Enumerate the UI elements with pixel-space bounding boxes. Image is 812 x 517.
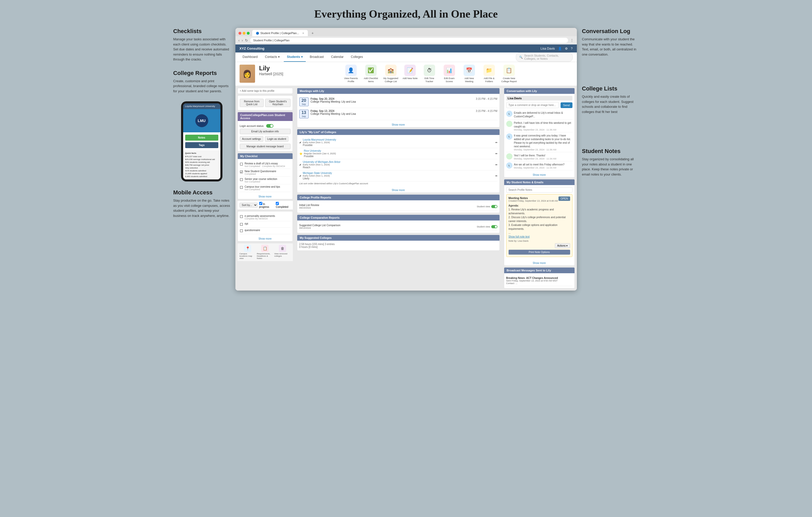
action-create-report[interactable]: 📋 Create New College Report — [500, 65, 517, 83]
action-add-checklist[interactable]: ✅ Add Checklist Items — [362, 65, 379, 83]
conversation-show-more[interactable]: Show more — [504, 173, 575, 177]
removed-colleges-icon: 🗑 — [279, 245, 286, 252]
login-toggle[interactable] — [266, 124, 273, 128]
note-content: Agenda: 1. Review Lily's academic progre… — [509, 204, 570, 239]
phone-tags-btn[interactable]: Tags — [185, 142, 218, 148]
qf-avg-aid: $20,038 average institutional aid — [185, 158, 218, 161]
checklist-item-3: ☐ Campus tour overview and tips Not Comp… — [240, 184, 290, 192]
requirements-icon: 📋 — [261, 245, 268, 252]
address-bar[interactable]: Student Profile | CollegePlan — [250, 38, 568, 43]
inprogress-filter[interactable]: In progress — [259, 202, 274, 208]
dot-green[interactable] — [247, 32, 250, 35]
check-label-1: New Student Questionnaire — [245, 170, 290, 173]
remove-quick-list-btn[interactable]: Remove from Quick List — [240, 99, 264, 107]
user-icon[interactable]: 👤 — [558, 47, 562, 51]
tab-close-btn[interactable]: ✕ — [302, 32, 304, 35]
check-text-3: Campus tour overview and tips Not Comple… — [245, 185, 290, 191]
open-note-btn[interactable]: OPEN — [558, 196, 570, 201]
help-icon[interactable]: ? — [571, 47, 573, 51]
browser-more-btn[interactable]: ⋮ — [570, 38, 574, 42]
college-name-1[interactable]: Rice University — [304, 149, 494, 152]
college-edit-1[interactable]: ✏ — [495, 152, 497, 155]
meeting-title-0: College Planning Meeting: Lily and Lisa — [311, 100, 497, 103]
search-bar[interactable]: 🔍 Search Students, Contacts, Colleges, o… — [516, 53, 573, 62]
checklist-ext-show-more[interactable]: Show more — [238, 236, 293, 241]
tags-bar[interactable]: + Add some tags to this profile — [237, 88, 293, 94]
college-comparative-body: Suggested College List Comparison 09/13/… — [297, 220, 499, 233]
settings-icon[interactable]: ⚙ — [565, 47, 568, 51]
nav-calendar[interactable]: Calendar — [328, 53, 347, 62]
requirements-tile[interactable]: 📋 Requirements, Deadlines & Notes — [257, 245, 273, 260]
report-toggle-mini-0[interactable] — [491, 205, 497, 208]
account-settings-btn[interactable]: Account settings — [240, 136, 263, 142]
nav-broadcast[interactable]: Broadcast — [307, 53, 327, 62]
campus-locations-label: Campus locations map view — [239, 252, 256, 260]
dot-yellow[interactable] — [243, 32, 245, 35]
meetings-show-more[interactable]: Show more — [297, 122, 499, 127]
completed-filter[interactable]: Completed — [276, 202, 290, 208]
sidebar-conversation-log: Conversation Log Communicate with your s… — [582, 28, 639, 57]
sidebar-college-lists: College Lists Quickly and easily create … — [582, 85, 639, 114]
send-btn[interactable]: Send — [560, 102, 573, 108]
check-icon-1: ☑ — [240, 170, 243, 174]
student-last-year: Hartwell [2025] — [259, 72, 283, 76]
show-full-note-btn[interactable]: Show full note text — [509, 235, 530, 238]
new-tab-btn[interactable]: + — [312, 31, 314, 35]
action-add-meeting[interactable]: 📅 Add New Meeting — [461, 65, 477, 83]
notes-search-input[interactable] — [506, 187, 573, 192]
college-name-0[interactable]: Loyola Marymount University — [303, 138, 494, 141]
college-name-3[interactable]: Michigan State University — [303, 172, 494, 175]
action-college-list[interactable]: 🏫 My Suggested College List — [382, 65, 399, 83]
action-time-tracker[interactable]: ⏱ Edit Time Tracker — [421, 65, 438, 83]
removed-colleges-tile[interactable]: 🗑 View removed colleges — [274, 245, 290, 260]
completed-label: Completed — [276, 206, 288, 208]
college-tag-2: Reach — [303, 166, 494, 169]
check-ext-text-1: ript — [245, 222, 290, 225]
broadcast-item-0: Breaking News: ACT Changes Announced Sen… — [506, 275, 573, 286]
email-activation-btn[interactable]: Email Lily activation info — [240, 129, 290, 134]
open-keychain-btn[interactable]: Open Student's Keychain — [265, 99, 290, 107]
notes-show-more[interactable]: Show more — [504, 261, 575, 266]
refresh-btn[interactable]: ↻ — [245, 38, 248, 42]
college-edit-2[interactable]: ✏ — [495, 163, 497, 166]
nav-contacts[interactable]: Contacts — [262, 53, 283, 62]
conv-avatar-0: L — [506, 111, 513, 117]
check-ext-icon-2: ☐ — [240, 229, 243, 233]
dot-red[interactable] — [238, 32, 241, 35]
action-view-parents[interactable]: 👤 View Parents Profile — [343, 65, 359, 83]
action-add-note[interactable]: 📝 Add New Note — [402, 65, 418, 83]
note-actions-btn[interactable]: Actions ▾ — [555, 243, 570, 248]
middle-col: Meetings with Lily 20 Sep 3:15 PM - 4:15… — [295, 86, 502, 291]
note-agenda-label: Agenda: — [509, 204, 570, 208]
check-label-2: Senior year course selection — [245, 178, 290, 180]
completed-checkbox[interactable] — [276, 202, 279, 205]
removed-colleges-label: View removed colleges — [274, 252, 290, 257]
college-name-2[interactable]: University of Michigan-Ann Arbor — [303, 160, 494, 163]
report-toggle-mini-1[interactable] — [491, 225, 497, 228]
print-note-btn[interactable]: Print Note Options — [509, 250, 570, 254]
back-btn[interactable]: ‹ — [238, 38, 240, 42]
note-more: ... — [509, 231, 570, 235]
browser-tab[interactable]: 🔵 Student Profile | CollegePlan... ✕ — [252, 30, 308, 36]
checklist-items: ☐ Review a draft of Lily's essay Not Com… — [238, 159, 293, 194]
nav-colleges[interactable]: Colleges — [348, 53, 366, 62]
sort-select[interactable]: Sort by... — [239, 203, 258, 208]
conv-input[interactable] — [506, 102, 559, 108]
action-add-file[interactable]: 📁 Add File & Folders — [481, 65, 497, 83]
campus-locations-tile[interactable]: 📍 Campus locations map view — [239, 245, 256, 260]
notes-header: My Student Notes & Emails — [504, 179, 575, 185]
login-as-student-btn[interactable]: Login as student — [265, 136, 288, 142]
forward-btn[interactable]: › — [241, 38, 243, 42]
checklist-show-more[interactable]: Show more — [238, 194, 293, 199]
college-edit-3[interactable]: ✏ — [495, 175, 497, 177]
inprogress-checkbox[interactable] — [259, 202, 262, 205]
broadcast-meta-0: Sent Friday, September 13, 2024 at 9:50 … — [506, 279, 573, 282]
college-edit-0[interactable]: ✏ — [495, 141, 497, 144]
action-exam-scores[interactable]: 📊 Edit Exam Scores — [441, 65, 458, 83]
message-board-btn[interactable]: Manage student message board — [240, 144, 290, 149]
report-date-0: 09/23/2024 — [299, 207, 319, 209]
phone-notes-btn[interactable]: Notes — [185, 135, 218, 141]
nav-students[interactable]: Students — [284, 53, 306, 62]
college-list-show-more[interactable]: Show more — [297, 188, 499, 192]
nav-dashboard[interactable]: Dashboard — [239, 53, 261, 62]
